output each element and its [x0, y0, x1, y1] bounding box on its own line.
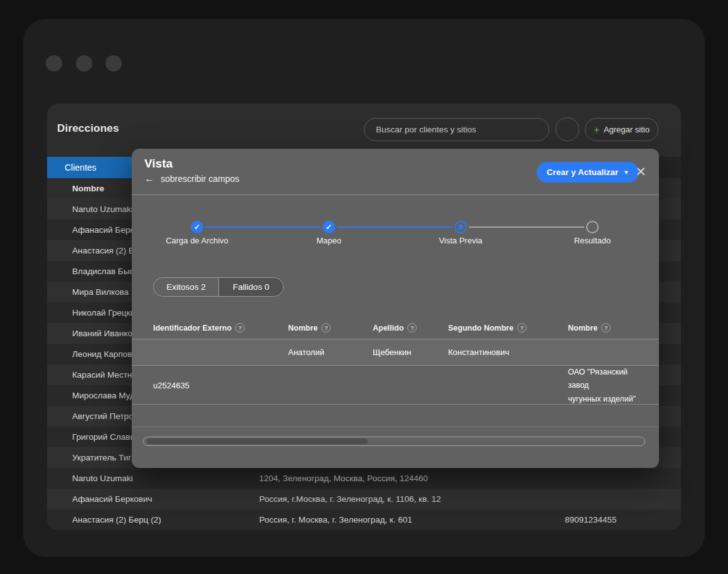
help-icon[interactable]: ?	[601, 323, 611, 332]
tab-clientes[interactable]: Clientes	[47, 157, 132, 178]
back-label: sobrescribir campos	[161, 174, 239, 184]
scrollbar-thumb[interactable]	[147, 438, 368, 444]
column-header: Nombre?	[568, 323, 659, 332]
step-label: Mapeo	[279, 236, 379, 245]
filter-tab[interactable]: Fallidos 0	[218, 278, 283, 296]
create-update-button[interactable]: Crear y Actualizar ▼	[537, 162, 639, 183]
column-header: Nombre?	[288, 323, 373, 332]
import-preview-modal: Vista ← sobrescribir campos Crear y Actu…	[132, 149, 659, 468]
table-row[interactable]: Naruto Uzumaki1204, Зеленоград, Москва, …	[47, 468, 681, 489]
stepper: ✓Carga de Archivo✓MapeoVista PreviaResul…	[132, 205, 659, 254]
column-header-label: Nombre	[568, 324, 597, 332]
preview-empty-row	[132, 405, 659, 427]
caret-down-icon: ▼	[623, 169, 629, 176]
page-title: Direcciones	[57, 122, 119, 135]
help-icon[interactable]: ?	[407, 323, 417, 332]
step-done-icon: ✓	[323, 221, 335, 233]
step-active-icon	[454, 221, 467, 233]
client-name: Афанасий Беркович	[47, 494, 259, 504]
plus-icon: +	[594, 124, 599, 135]
preview-cell: Щебенкин	[373, 348, 448, 357]
step-label: Carga de Archivo	[147, 236, 247, 245]
step-connector	[337, 226, 452, 228]
column-header: Apellido?	[373, 323, 448, 332]
step-label: Vista Previa	[410, 236, 511, 245]
step-active-dot	[458, 225, 463, 230]
column-header: Identificador Externo?	[153, 323, 288, 332]
result-filter-tabs: Exitosos 2Fallidos 0	[153, 277, 284, 297]
column-header-label: Segundo Nombre	[448, 324, 513, 332]
client-address: Россия, г.Москва, г. Зеленоград, к. 1106…	[259, 494, 565, 504]
column-header: Segundo Nombre?	[448, 323, 568, 332]
column-header-label: Nombre	[288, 324, 318, 332]
step-label: Resultado	[542, 236, 643, 245]
help-icon[interactable]: ?	[517, 323, 527, 332]
window-control-dot[interactable]	[46, 55, 62, 72]
help-icon[interactable]: ?	[321, 323, 331, 332]
column-header-label: Apellido	[373, 324, 404, 332]
modal-title: Vista	[144, 157, 173, 171]
window-control-dot[interactable]	[105, 55, 122, 72]
client-phone: 89091234455	[565, 515, 681, 524]
step-connector	[469, 226, 584, 228]
preview-cell: Анатолий	[288, 348, 373, 357]
step-todo-icon	[586, 221, 599, 233]
preview-cell: Константинович	[448, 348, 568, 357]
client-name: Анастасия (2) Берц (2)	[47, 515, 259, 524]
create-update-label: Crear y Actualizar	[547, 167, 618, 177]
back-link[interactable]: ← sobrescribir campos	[144, 174, 239, 184]
horizontal-scrollbar[interactable]	[143, 437, 645, 446]
modal-divider	[132, 194, 659, 195]
window-control-dot[interactable]	[76, 55, 92, 72]
preview-cell: ОАО "Рязанский завод чугунных изделий"	[568, 366, 659, 406]
column-header-label: Nombre	[72, 184, 104, 193]
help-icon[interactable]: ?	[235, 323, 245, 332]
close-icon: ✕	[635, 164, 646, 179]
table-row[interactable]: Афанасий БерковичРоссия, г.Москва, г. Зе…	[47, 489, 681, 509]
filter-tab[interactable]: Exitosos 2	[154, 278, 218, 296]
preview-table-rows: АнатолийЩебенкинКонстантиновичu2524635ОА…	[132, 339, 659, 405]
step-done-icon: ✓	[191, 221, 203, 233]
add-site-button[interactable]: + Agregar sitio	[585, 118, 658, 141]
client-address: Россия, г. Москва, г. Зеленоград, к. 601	[259, 515, 565, 524]
back-arrow-icon: ←	[144, 174, 154, 184]
step-connector	[205, 226, 321, 228]
client-address: 1204, Зеленоград, Москва, Россия, 124460	[259, 474, 565, 483]
close-button[interactable]: ✕	[633, 164, 649, 180]
preview-table-header: Identificador Externo?Nombre?Apellido?Se…	[132, 317, 659, 339]
table-row[interactable]: АнатолийЩебенкинКонстантинович	[132, 339, 659, 366]
add-site-label: Agregar sitio	[604, 125, 650, 134]
table-row[interactable]: u2524635ОАО "Рязанский завод чугунных из…	[132, 366, 659, 405]
column-header-label: Identificador Externo	[153, 324, 232, 332]
tab-clientes-label: Clientes	[65, 162, 97, 173]
search-input[interactable]	[364, 118, 549, 141]
table-row[interactable]: Анастасия (2) Берц (2)Россия, г. Москва,…	[47, 509, 681, 530]
preview-cell: u2524635	[153, 381, 288, 390]
client-name: Naruto Uzumaki	[47, 474, 259, 483]
circle-button[interactable]	[555, 117, 579, 141]
